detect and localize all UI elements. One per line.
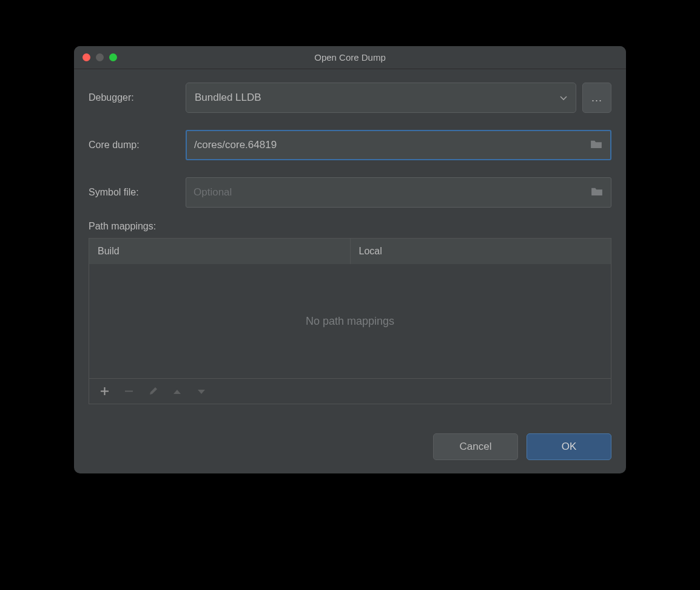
- minimize-window-button[interactable]: [96, 53, 104, 61]
- debugger-controls: Bundled LLDB ...: [186, 83, 611, 113]
- dialog-window: Open Core Dump Debugger: Bundled LLDB ..…: [74, 46, 626, 473]
- dialog-content: Debugger: Bundled LLDB ... Core dump:: [74, 69, 626, 473]
- dialog-buttons: Cancel OK: [89, 433, 611, 460]
- cancel-button[interactable]: Cancel: [433, 433, 518, 460]
- move-down-button[interactable]: [191, 381, 212, 402]
- symbolfile-input[interactable]: [194, 186, 585, 198]
- folder-icon[interactable]: [585, 186, 604, 199]
- debugger-select-value: Bundled LLDB: [195, 92, 261, 104]
- column-local[interactable]: Local: [351, 239, 611, 264]
- edit-button[interactable]: [143, 381, 163, 402]
- add-button[interactable]: [94, 381, 115, 402]
- coredump-input[interactable]: [194, 139, 585, 151]
- ellipsis-icon: ...: [591, 92, 602, 104]
- coredump-field[interactable]: [186, 130, 611, 160]
- symbolfile-field[interactable]: [186, 177, 611, 208]
- pathmappings-table: Build Local No path mappings: [89, 238, 611, 404]
- close-window-button[interactable]: [82, 53, 90, 61]
- pathmappings-label: Path mappings:: [89, 221, 611, 232]
- zoom-window-button[interactable]: [109, 53, 117, 61]
- empty-message: No path mappings: [306, 315, 394, 328]
- titlebar: Open Core Dump: [74, 46, 626, 69]
- pathmappings-header: Build Local: [89, 239, 611, 264]
- chevron-down-icon: [560, 92, 567, 104]
- debugger-settings-button[interactable]: ...: [582, 83, 611, 113]
- remove-button[interactable]: [118, 381, 139, 402]
- symbolfile-row: Symbol file:: [89, 177, 611, 208]
- traffic-lights: [82, 53, 117, 61]
- debugger-row: Debugger: Bundled LLDB ...: [89, 83, 611, 113]
- window-title: Open Core Dump: [74, 52, 626, 63]
- pathmappings-body: No path mappings: [89, 264, 611, 378]
- coredump-row: Core dump:: [89, 130, 611, 160]
- column-build[interactable]: Build: [89, 239, 351, 264]
- pathmappings-toolbar: [89, 378, 611, 404]
- symbolfile-label: Symbol file:: [89, 187, 181, 198]
- cancel-button-label: Cancel: [460, 441, 492, 453]
- ok-button[interactable]: OK: [527, 433, 611, 460]
- ok-button-label: OK: [562, 441, 577, 453]
- folder-icon[interactable]: [585, 139, 603, 152]
- coredump-label: Core dump:: [89, 140, 181, 151]
- debugger-label: Debugger:: [89, 92, 181, 103]
- debugger-select[interactable]: Bundled LLDB: [186, 83, 576, 113]
- move-up-button[interactable]: [167, 381, 187, 402]
